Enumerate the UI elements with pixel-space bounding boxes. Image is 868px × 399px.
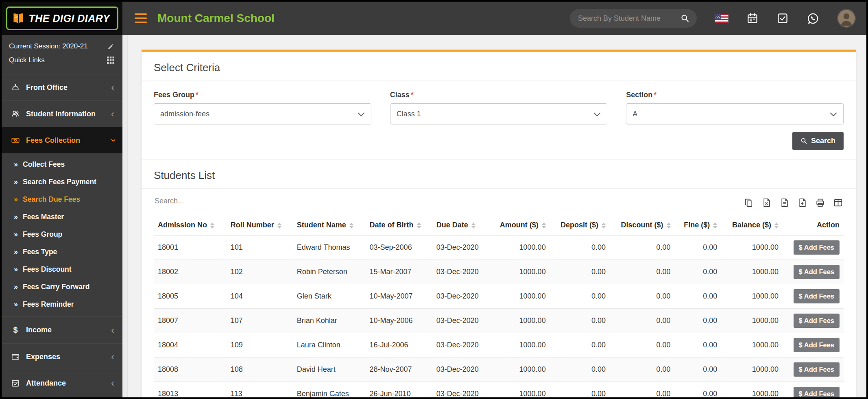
double-chevron-icon: » [14, 178, 18, 186]
section-select[interactable]: A [626, 103, 844, 124]
chevron-left-icon: ‹ [111, 380, 114, 386]
fees-group-select[interactable]: admission-fees [154, 103, 371, 124]
body-row: Current Session: 2020-21 Quick Links [2, 35, 866, 397]
pdf-icon[interactable] [797, 197, 808, 208]
add-fees-button[interactable]: $ Add Fees [794, 338, 840, 352]
table-cell: 0.00 [550, 382, 610, 398]
tasks-icon[interactable] [776, 12, 789, 24]
session-row: Current Session: 2020-21 [2, 35, 122, 51]
sidebar-item-attendance[interactable]: Attendance ‹ [2, 370, 122, 396]
table-cell: 1000.00 [721, 309, 783, 333]
submenu-item-search-fees-payment[interactable]: »Search Fees Payment [2, 173, 122, 191]
submenu-item-fees-group[interactable]: »Fees Group [2, 226, 122, 243]
sidebar-item-income[interactable]: $ Income ‹ [2, 316, 122, 343]
calendar-icon[interactable] [746, 12, 759, 24]
criteria-form: Fees Group* admission-fees Class* Class … [142, 81, 856, 124]
submenu-item-search-due-fees[interactable]: »Search Due Fees [2, 191, 122, 208]
column-header-due-date[interactable]: Due Date [432, 215, 489, 235]
table-cell: 18004 [154, 333, 227, 358]
whatsapp-icon[interactable] [807, 12, 819, 25]
table-cell: 0.00 [610, 235, 675, 260]
sidebar-item-label: Attendance [26, 379, 66, 388]
table-cell: 15-Mar-2007 [366, 260, 432, 284]
table-cell: 0.00 [550, 235, 610, 260]
column-header-date-of-birth[interactable]: Date of Birth [366, 215, 432, 235]
search-button[interactable]: Search [792, 132, 844, 150]
avatar[interactable] [837, 9, 856, 28]
table-row: 18001101Edward Thomas03-Sep-200603-Dec-2… [154, 235, 844, 260]
column-header-student-name[interactable]: Student Name [293, 215, 366, 235]
add-fees-button[interactable]: $ Add Fees [794, 387, 840, 397]
quick-links[interactable]: Quick Links [2, 51, 122, 70]
table-cell: 0.00 [675, 284, 722, 309]
chevron-left-icon: ‹ [111, 84, 114, 91]
column-header-discount-[interactable]: Discount ($) [610, 215, 675, 235]
column-label: Discount ($) [621, 221, 663, 229]
table-cell: 1000.00 [721, 333, 783, 358]
student-search-input[interactable] [578, 14, 680, 23]
submenu-item-fees-discount[interactable]: »Fees Discount [2, 261, 122, 278]
table-cell: 0.00 [550, 333, 610, 358]
sidebar-scrollbar[interactable] [122, 35, 128, 397]
add-fees-button[interactable]: $ Add Fees [794, 240, 840, 255]
fees-group-label: Fees Group [154, 91, 194, 99]
column-header-roll-number[interactable]: Roll Number [227, 215, 293, 235]
table-cell: Brian Kohlar [293, 309, 366, 333]
table-cell: 18013 [154, 382, 227, 398]
print-icon[interactable] [815, 197, 826, 208]
required-asterisk: * [196, 91, 198, 99]
submenu-item-collect-fees[interactable]: »Collect Fees [2, 156, 122, 173]
double-chevron-icon: » [14, 283, 18, 291]
us-flag-icon[interactable] [715, 14, 728, 23]
sidebar-item-front-office[interactable]: Front Office ‹ [2, 74, 122, 100]
table-cell: 0.00 [610, 382, 675, 398]
add-fees-button[interactable]: $ Add Fees [794, 265, 840, 279]
table-search-input[interactable] [154, 195, 248, 208]
table-cell: 18008 [154, 358, 227, 382]
app-logo[interactable]: THE DIGI DIARY [6, 7, 118, 30]
column-header-fine-[interactable]: Fine ($) [675, 215, 722, 235]
submenu-item-fees-master[interactable]: »Fees Master [2, 208, 122, 226]
sort-caret-icon [417, 222, 421, 229]
columns-icon[interactable] [833, 197, 844, 208]
table-cell: 108 [227, 358, 293, 382]
class-label: Class [390, 91, 410, 99]
search-icon[interactable] [680, 14, 689, 23]
excel-icon[interactable] [761, 197, 772, 208]
table-cell: 113 [227, 382, 293, 398]
students-table-header-row: Admission NoRoll NumberStudent NameDate … [154, 215, 844, 235]
add-fees-button[interactable]: $ Add Fees [794, 314, 840, 328]
menu-toggle-icon[interactable] [135, 13, 147, 23]
column-header-action: Action [783, 215, 844, 235]
sidebar-item-student-information[interactable]: Student Information ‹ [2, 100, 122, 127]
copy-icon[interactable] [743, 197, 754, 208]
submenu-item-fees-reminder[interactable]: »Fees Reminder [2, 296, 122, 313]
column-header-deposit-[interactable]: Deposit ($) [550, 215, 610, 235]
class-select[interactable]: Class 1 [390, 103, 608, 124]
add-fees-button[interactable]: $ Add Fees [794, 289, 840, 303]
sort-caret-icon [713, 222, 717, 229]
school-name: Mount Carmel School [157, 12, 275, 25]
table-cell: Benjamin Gates [293, 382, 366, 398]
table-cell: 1000.00 [721, 260, 783, 284]
action-cell: $ Add Fees [783, 235, 844, 260]
sort-caret-icon [542, 222, 546, 229]
edit-pencil-icon[interactable] [107, 43, 114, 50]
submenu-item-fees-type[interactable]: »Fees Type [2, 243, 122, 261]
table-cell: 1000.00 [489, 333, 550, 358]
sidebar-item-expenses[interactable]: Expenses ‹ [2, 343, 122, 370]
add-fees-button[interactable]: $ Add Fees [794, 362, 840, 377]
column-header-amount-[interactable]: Amount ($) [489, 215, 550, 235]
csv-icon[interactable] [779, 197, 790, 208]
submenu-item-label: Fees Discount [23, 265, 72, 274]
column-header-balance-[interactable]: Balance ($) [721, 215, 783, 235]
table-cell: 16-Jul-2006 [366, 333, 432, 358]
students-icon [11, 109, 20, 118]
column-label: Fine ($) [684, 221, 710, 229]
table-cell: 03-Dec-2020 [432, 309, 489, 333]
submenu-item-fees-carry-forward[interactable]: »Fees Carry Forward [2, 278, 122, 296]
table-cell: 03-Dec-2020 [432, 260, 489, 284]
column-header-admission-no[interactable]: Admission No [154, 215, 227, 235]
sidebar-item-fees-collection[interactable]: Fees Collection ‹ [2, 127, 122, 153]
main-content: Select Criteria Fees Group* admission-fe… [128, 35, 866, 397]
